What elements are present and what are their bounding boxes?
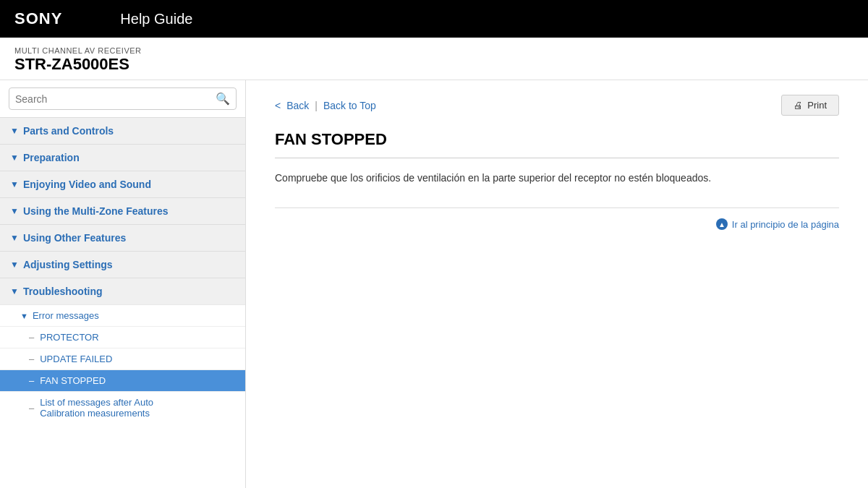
arrow-icon: ▼ [10,260,19,270]
app-title: Help Guide [120,11,192,27]
sidebar-item-multi-zone[interactable]: ▼ Using the Multi-Zone Features [0,197,245,224]
top-of-page-link[interactable]: ▲ Ir al principio de la página [275,207,839,230]
arrow-icon: ▼ [10,206,19,216]
arrow-icon: ▼ [10,126,19,136]
sidebar-sub-error-messages[interactable]: ▼ Error messages [0,304,245,326]
dash-icon: – [29,403,34,414]
print-icon: 🖨 [793,100,803,111]
sub-arrow-icon: ▼ [20,312,28,320]
main-layout: 🔍 ▼ Parts and Controls ▼ Preparation ▼ E… [0,80,868,488]
sidebar-item-other[interactable]: ▼ Using Other Features [0,224,245,251]
search-box[interactable]: 🔍 [9,87,237,110]
sidebar-item-troubleshooting[interactable]: ▼ Troubleshooting [0,278,245,304]
sidebar-deep-update-failed[interactable]: – UPDATE FAILED [0,348,245,369]
sidebar-deep-list-messages[interactable]: – List of messages after AutoCalibration… [0,391,245,424]
page-title: FAN STOPPED [275,130,839,158]
separator: | [315,100,318,111]
dash-icon: – [29,354,34,364]
top-link-icon: ▲ [716,218,728,230]
product-type: MULTI CHANNEL AV RECEIVER [14,46,854,55]
search-input[interactable] [15,93,216,105]
content-body: Compruebe que los orificios de ventilaci… [275,170,839,186]
arrow-icon: ▼ [10,233,19,243]
sidebar-item-preparation[interactable]: ▼ Preparation [0,144,245,171]
back-arrow-icon: < [275,100,281,111]
back-link[interactable]: Back [286,100,309,111]
sidebar-deep-protector[interactable]: – PROTECTOR [0,326,245,348]
back-top-link[interactable]: Back to Top [323,100,376,111]
product-model: STR-ZA5000ES [14,55,854,74]
arrow-icon: ▼ [10,286,19,296]
arrow-icon: ▼ [10,179,19,189]
print-button[interactable]: 🖨 Print [781,95,839,116]
search-icon[interactable]: 🔍 [216,92,230,106]
dash-icon: – [29,332,34,343]
sidebar-item-video-sound[interactable]: ▼ Enjoying Video and Sound [0,171,245,197]
content-nav: < Back | Back to Top 🖨 Print [275,95,839,116]
arrow-icon: ▼ [10,153,19,163]
product-area: MULTI CHANNEL AV RECEIVER STR-ZA5000ES [0,38,868,80]
sony-logo: SONY [14,9,62,28]
header: SONY Help Guide [0,0,868,38]
sidebar-item-parts[interactable]: ▼ Parts and Controls [0,117,245,144]
content-area: < Back | Back to Top 🖨 Print FAN STOPPED… [246,80,868,488]
list-messages-label: List of messages after AutoCalibration m… [40,397,153,419]
sidebar: 🔍 ▼ Parts and Controls ▼ Preparation ▼ E… [0,80,246,488]
sidebar-item-settings[interactable]: ▼ Adjusting Settings [0,251,245,278]
sidebar-deep-fan-stopped[interactable]: – FAN STOPPED [0,369,245,391]
dash-icon: – [29,375,34,386]
